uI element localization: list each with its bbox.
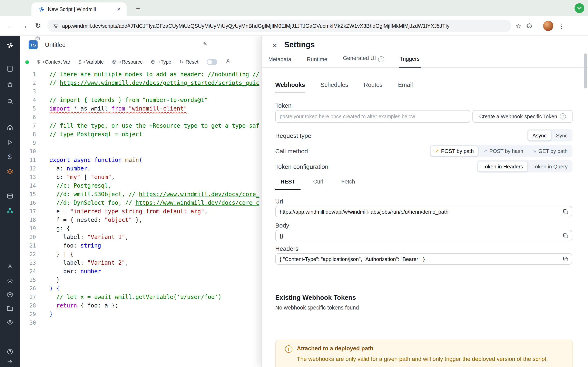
subtab-email[interactable]: Email [398, 82, 413, 93]
line-number: 25 [20, 276, 36, 284]
code-line: 12 a: number, [20, 164, 261, 173]
line-number: 3 [20, 87, 36, 96]
add-resource-button[interactable]: +Resource [112, 59, 143, 65]
tab-rest[interactable]: REST [275, 179, 301, 190]
tab-runtime[interactable]: Runtime [306, 56, 328, 67]
subtab-routes[interactable]: Routes [364, 82, 383, 93]
line-number: 29 [20, 310, 36, 318]
async-option[interactable]: Async [528, 130, 551, 141]
body-label: Body [275, 222, 289, 229]
close-icon[interactable]: ✕ [270, 41, 280, 50]
token-input[interactable] [275, 110, 470, 123]
search-icon[interactable] [0, 98, 20, 105]
line-number: 12 [20, 164, 36, 173]
line-number: 5 [20, 104, 36, 113]
browser-window: New Script | Windmill ✕ + ← → ↻ app.wind… [0, 0, 588, 367]
browser-menu-icon[interactable]: ⋮ [558, 22, 564, 30]
copy-headers-icon[interactable] [562, 255, 570, 263]
token-in-headers-option[interactable]: Token in Headers [478, 161, 527, 172]
script-title[interactable]: Untitled [45, 41, 66, 48]
tab-title: New Script | Windmill [48, 7, 114, 12]
post-by-hash-option[interactable]: ↗POST by hash [479, 146, 527, 156]
reset-button[interactable]: ↻ Reset [180, 59, 199, 65]
workspace-box-icon[interactable] [0, 291, 20, 298]
get-by-path-option[interactable]: ↘GET by path [528, 146, 572, 156]
home-icon[interactable] [0, 124, 20, 131]
triggers-webhook-icon[interactable] [0, 207, 20, 214]
info-icon: i [560, 113, 566, 119]
add-type-button[interactable]: +Type [151, 59, 171, 65]
browser-tab[interactable]: New Script | Windmill ✕ [31, 2, 127, 16]
code-line: 5import * as wmill from "windmill-client… [20, 104, 261, 113]
code-line: 27 // let x = await wmill.getVariable('u… [20, 293, 261, 301]
add-variable-button[interactable]: $ +Variable [78, 59, 104, 65]
code-line: 28 return { foo: a }; [20, 301, 261, 310]
url-bar[interactable]: app.windmill.dev/scripts/add#JTdCJTIyaGF… [47, 20, 511, 32]
profile-avatar[interactable] [543, 21, 553, 31]
url-text[interactable]: app.windmill.dev/scripts/add#JTdCJTIyaGF… [62, 23, 506, 29]
line-number: 10 [20, 147, 36, 156]
app-content: $ [0, 36, 588, 367]
panel-scrollbar[interactable] [584, 53, 587, 89]
tab-generated-ui[interactable]: Generated UIi [342, 55, 385, 67]
body-input[interactable] [275, 230, 572, 242]
bookmark-star-icon[interactable]: ☆ [515, 22, 521, 30]
tab-metadata[interactable]: Metadata [268, 56, 292, 67]
back-button[interactable]: ← [3, 22, 17, 30]
settings-gear-icon[interactable] [0, 277, 20, 284]
schedules-calendar-icon[interactable] [0, 192, 20, 200]
url-label: Url [275, 198, 283, 205]
code-editor[interactable]: 1// there are multiple modes to add as h… [20, 68, 261, 367]
line-number: 26 [20, 284, 36, 293]
folders-icon[interactable] [0, 305, 20, 312]
url-input[interactable] [275, 206, 572, 217]
assistant-person-icon[interactable] [225, 58, 231, 66]
tab-strip: New Script | Windmill ✕ + [0, 0, 588, 16]
edit-pencil-icon[interactable]: ✎ [203, 40, 207, 47]
code-line: 22 } | { [20, 250, 261, 259]
tab-close-icon[interactable]: ✕ [114, 6, 123, 13]
help-circle-icon[interactable] [0, 348, 20, 355]
token-in-query-option[interactable]: Token in Query [528, 161, 572, 172]
line-number: 6 [20, 113, 36, 122]
new-tab-button[interactable]: + [133, 4, 143, 13]
alert-body: The webhooks are only valid for a given … [297, 356, 562, 362]
extensions-puzzle-icon[interactable] [526, 22, 533, 29]
code-line: 29} [20, 310, 261, 318]
camera-icon [35, 36, 40, 41]
subtab-webhooks[interactable]: Webhooks [275, 82, 305, 93]
audit-eye-icon[interactable] [0, 319, 20, 326]
line-number: 19 [20, 224, 36, 233]
collapse-arrow-icon[interactable] [0, 359, 20, 365]
users-person-icon[interactable] [0, 263, 20, 269]
resources-layers-icon[interactable] [0, 168, 20, 175]
tab-curl[interactable]: Curl [308, 179, 329, 190]
copy-url-icon[interactable] [562, 208, 570, 216]
language-badge[interactable]: TS [29, 40, 38, 49]
arrow-se-icon: ↘ [532, 148, 536, 154]
line-number: 2 [20, 79, 36, 87]
tab-triggers[interactable]: Triggers [399, 56, 420, 68]
tab-search-button[interactable] [575, 3, 584, 13]
reload-button[interactable]: ↻ [31, 22, 45, 30]
runs-play-icon[interactable] [0, 139, 20, 146]
tab-fetch[interactable]: Fetch [336, 179, 361, 190]
post-by-path-option[interactable]: ↗POST by path [430, 146, 478, 156]
variables-dollar-icon[interactable]: $ [0, 154, 20, 160]
add-context-var-button[interactable]: $ +Context Var [37, 59, 70, 65]
copy-body-icon[interactable] [562, 232, 570, 240]
diff-toggle[interactable] [207, 59, 217, 65]
code-line: 1// there are multiple modes to add as h… [20, 70, 261, 79]
subtab-schedules[interactable]: Schedules [320, 82, 348, 93]
windmill-logo-icon[interactable] [0, 42, 20, 49]
favorites-star-icon[interactable] [0, 81, 20, 88]
site-settings-icon[interactable] [52, 23, 58, 29]
docs-book-icon[interactable] [0, 65, 20, 72]
create-token-button[interactable]: Create a Webhook-specific Tokeni [472, 110, 573, 123]
line-number: 17 [20, 207, 36, 216]
existing-tokens-empty: No webhook specific tokens found [275, 305, 359, 311]
sync-option[interactable]: Sync [552, 130, 572, 141]
line-number: 16 [20, 199, 36, 207]
headers-input[interactable] [275, 253, 572, 265]
forward-button[interactable]: → [17, 22, 31, 30]
